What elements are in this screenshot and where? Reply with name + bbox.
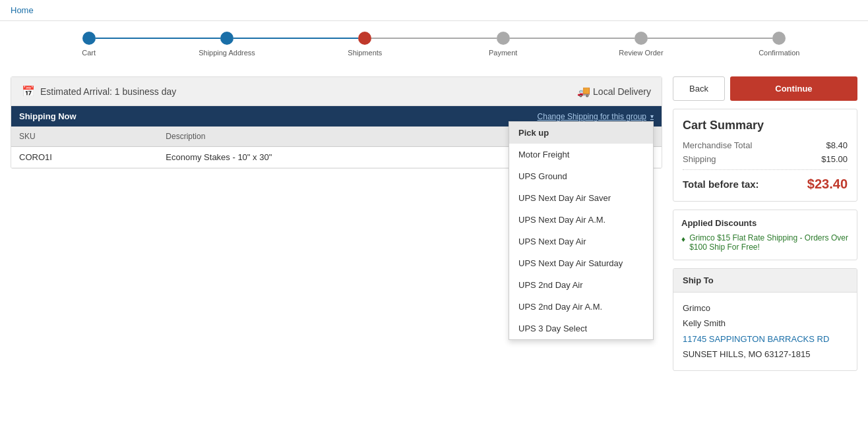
- ship-to-box: Ship To Grimco Kelly Smith 11745 SAPPING…: [673, 268, 857, 371]
- shipping-now-label: Shipping Now: [19, 111, 77, 121]
- discount-item: ♦ Grimco $15 Flat Rate Shipping - Orders…: [681, 233, 849, 252]
- merchandise-value: $8.40: [826, 140, 848, 150]
- sidebar: Back Continue Cart Summary Merchandise T…: [673, 76, 857, 371]
- table-header-bar: Shipping Now Change Shipping for this gr…: [11, 106, 662, 127]
- total-label: Total before tax:: [683, 179, 759, 190]
- delivery-type-label: Local Delivery: [593, 86, 651, 97]
- table-cell-description: Economy Stakes - 10" x 30": [158, 147, 525, 168]
- estimated-arrival: Estimated Arrival: 1 business day: [40, 86, 176, 97]
- shipment-header: 📅 Estimated Arrival: 1 business day 🚚 Lo…: [11, 77, 662, 106]
- progress-bar: Cart Shipping Address Shipments Payment …: [0, 21, 868, 70]
- step-shipments: Shipments: [296, 32, 434, 57]
- step-review-order: Review Order: [572, 32, 710, 57]
- discount-dot-icon: ♦: [681, 235, 685, 244]
- step-cart: Cart: [20, 32, 158, 57]
- total-row: Total before tax: $23.40: [683, 177, 848, 192]
- summary-divider: [683, 169, 848, 170]
- shipment-header-left: 📅 Estimated Arrival: 1 business day: [22, 85, 176, 98]
- continue-button[interactable]: Continue: [730, 76, 857, 101]
- merchandise-total-row: Merchandise Total $8.40: [683, 140, 848, 150]
- change-shipping-button[interactable]: Change Shipping for this group ▾: [538, 112, 654, 121]
- step-payment: Payment: [434, 32, 572, 57]
- dropdown-item-ups-2nd-day-air[interactable]: UPS 2nd Day Air: [509, 274, 653, 296]
- delivery-type: 🚚 Local Delivery: [577, 85, 651, 98]
- home-link[interactable]: Home: [11, 5, 34, 15]
- truck-icon: 🚚: [577, 86, 590, 97]
- ship-to-header: Ship To: [673, 269, 857, 293]
- dropdown-item-ups-next-day-air-saturday[interactable]: UPS Next Day Air Saturday: [509, 252, 653, 274]
- shipping-value: $15.00: [821, 154, 848, 164]
- step-shipping-address: Shipping Address: [158, 32, 295, 57]
- main-content: 📅 Estimated Arrival: 1 business day 🚚 Lo…: [11, 76, 662, 371]
- ship-to-address-line2: SUNSET HILLS, MO 63127-1815: [683, 349, 810, 359]
- change-shipping-label: Change Shipping for this group: [538, 112, 646, 121]
- sidebar-buttons: Back Continue: [673, 76, 857, 101]
- calendar-icon: 📅: [22, 85, 35, 98]
- dropdown-item-ups-3-day-select[interactable]: UPS 3 Day Select: [509, 318, 653, 339]
- ship-to-body: Grimco Kelly Smith 11745 SAPPINGTON BARR…: [673, 293, 857, 370]
- dropdown-item-ups-next-day-air-saver[interactable]: UPS Next Day Air Saver: [509, 187, 653, 209]
- shipment-card: 📅 Estimated Arrival: 1 business day 🚚 Lo…: [11, 76, 662, 169]
- ship-to-address-line1[interactable]: 11745 SAPPINGTON BARRACKS RD: [683, 334, 829, 344]
- step-label-shipments: Shipments: [348, 49, 382, 57]
- ship-to-contact: Kelly Smith: [683, 316, 848, 331]
- discount-text: Grimco $15 Flat Rate Shipping - Orders O…: [689, 233, 849, 252]
- step-dot-confirmation: [772, 32, 786, 45]
- cart-summary-title: Cart Summary: [683, 119, 848, 132]
- dropdown-item-motor-freight[interactable]: Motor Freight: [509, 144, 653, 165]
- step-label-cart: Cart: [82, 49, 96, 57]
- cart-summary-box: Cart Summary Merchandise Total $8.40 Shi…: [673, 109, 857, 202]
- dropdown-item-ups-next-day-air-am[interactable]: UPS Next Day Air A.M.: [509, 209, 653, 231]
- top-bar: Home: [0, 0, 868, 21]
- step-label-payment: Payment: [489, 49, 517, 57]
- chevron-down-icon: ▾: [650, 113, 654, 120]
- ship-to-name: Grimco: [683, 300, 848, 316]
- step-confirmation: Confirmation: [710, 32, 848, 57]
- main-layout: 📅 Estimated Arrival: 1 business day 🚚 Lo…: [0, 70, 868, 378]
- merchandise-label: Merchandise Total: [683, 140, 752, 150]
- step-label-confirmation: Confirmation: [759, 49, 799, 57]
- shipping-row: Shipping $15.00: [683, 154, 848, 164]
- step-dot-shipping-address: [220, 32, 233, 45]
- shipping-label: Shipping: [683, 154, 716, 164]
- progress-steps: Cart Shipping Address Shipments Payment …: [20, 32, 848, 57]
- dropdown-item-ups-next-day-air[interactable]: UPS Next Day Air: [509, 231, 653, 252]
- step-dot-cart: [82, 32, 96, 45]
- shipping-options-dropdown: Pick up Motor Freight UPS Ground UPS Nex…: [509, 121, 654, 340]
- step-dot-shipments: [358, 32, 371, 45]
- dropdown-item-ups-2nd-day-air-am[interactable]: UPS 2nd Day Air A.M.: [509, 296, 653, 318]
- discounts-title: Applied Discounts: [681, 218, 849, 228]
- total-value: $23.40: [807, 177, 848, 192]
- step-label-shipping-address: Shipping Address: [199, 49, 255, 57]
- shipping-dropdown-container: Change Shipping for this group ▾ Pick up…: [538, 112, 654, 121]
- step-dot-review-order: [635, 32, 648, 45]
- discounts-box: Applied Discounts ♦ Grimco $15 Flat Rate…: [673, 210, 857, 260]
- step-dot-payment: [497, 32, 510, 45]
- dropdown-item-pick-up[interactable]: Pick up: [509, 122, 653, 144]
- dropdown-item-ups-ground[interactable]: UPS Ground: [509, 165, 653, 187]
- col-header-sku: SKU: [11, 127, 158, 147]
- back-button[interactable]: Back: [673, 76, 725, 101]
- table-cell-sku: CORO1I: [11, 147, 158, 168]
- step-label-review-order: Review Order: [619, 49, 663, 57]
- col-header-description: Description: [158, 127, 525, 147]
